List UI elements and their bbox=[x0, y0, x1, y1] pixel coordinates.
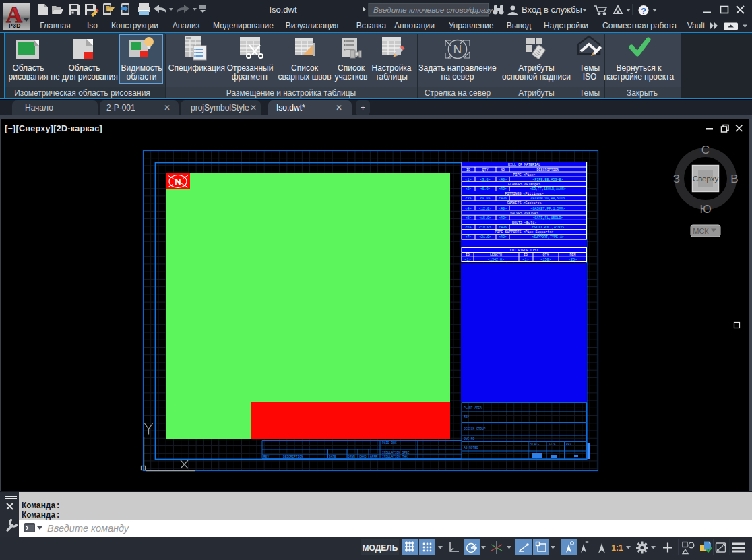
svg-text:DESIGN GROUP: DESIGN GROUP bbox=[464, 427, 486, 431]
svg-text:<GATE,FL,150LB>: <GATE,FL,150LB> bbox=[532, 216, 563, 220]
svg-text:SIZE: SIZE bbox=[549, 443, 556, 446]
svg-text:<4>: <4> bbox=[465, 207, 471, 211]
svg-text:DRWN: DRWN bbox=[348, 455, 355, 458]
svg-text:<40>: <40> bbox=[499, 226, 507, 230]
svg-text:<1>: <1> bbox=[465, 178, 471, 182]
svg-text:P&ID DWG: P&ID DWG bbox=[382, 441, 397, 445]
svg-text:QTY: QTY bbox=[482, 168, 488, 173]
svg-text:<SO,FF,150LB,A105>: <SO,FF,150LB,A105> bbox=[530, 187, 566, 191]
svg-text:ID: ID bbox=[466, 168, 470, 173]
svg-text:APPR: APPR bbox=[370, 455, 377, 458]
svg-text:<21.0>: <21.0> bbox=[479, 235, 491, 239]
svg-text:<15.0>: <15.0> bbox=[479, 216, 491, 220]
svg-text:PIPE <Pipe>: PIPE <Pipe> bbox=[513, 173, 535, 177]
svg-text:<40>: <40> bbox=[499, 197, 507, 201]
svg-text:N: N bbox=[453, 43, 462, 56]
svg-text:[−][Сверху][2D-каркас]: [−][Сверху][2D-каркас] bbox=[5, 124, 102, 133]
svg-text:Ю: Ю bbox=[699, 203, 711, 216]
svg-text:AS NOTED: AS NOTED bbox=[464, 446, 478, 449]
svg-text:1:1: 1:1 bbox=[611, 543, 623, 553]
svg-text:<1>: <1> bbox=[464, 258, 470, 262]
svg-text:<18.0>: <18.0> bbox=[479, 226, 491, 230]
svg-text:VALVES <Valve>: VALVES <Valve> bbox=[510, 212, 538, 216]
svg-text:<40>: <40> bbox=[499, 235, 507, 239]
svg-text:МОДЕЛЬ: МОДЕЛЬ bbox=[363, 543, 398, 553]
svg-text:CUT PIECE LIST: CUT PIECE LIST bbox=[510, 249, 538, 253]
svg-text:LENGTH: LENGTH bbox=[490, 253, 502, 257]
svg-text:N: N bbox=[175, 177, 181, 187]
svg-text:<7>: <7> bbox=[465, 235, 471, 239]
svg-text:Введите ключевое слово/фразу: Введите ключевое слово/фразу bbox=[373, 5, 493, 15]
svg-text:<SUPPORT,TYPE A>: <SUPPORT,TYPE A> bbox=[532, 235, 564, 239]
svg-text:МСК: МСК bbox=[693, 227, 709, 235]
svg-text:ID: ID bbox=[466, 253, 470, 257]
svg-text:<40>: <40> bbox=[499, 216, 507, 220]
svg-text:<40>: <40> bbox=[499, 187, 507, 191]
svg-text:<GASKET,FF,1.5MM>: <GASKET,FF,1.5MM> bbox=[530, 207, 565, 211]
svg-text:<1>: <1> bbox=[522, 258, 528, 262]
svg-text:QTY: QTY bbox=[542, 253, 549, 257]
svg-text:ID: ID bbox=[524, 253, 528, 257]
svg-text:SCALE: SCALE bbox=[530, 443, 540, 446]
svg-text:REV: REV bbox=[566, 443, 571, 446]
svg-text:DESCRIPTION: DESCRIPTION bbox=[283, 455, 303, 458]
svg-text:DESCRIPTION: DESCRIPTION bbox=[536, 168, 559, 173]
svg-text:<1342.0>: <1342.0> bbox=[488, 258, 504, 262]
svg-text:<6.0>: <6.0> bbox=[480, 187, 490, 191]
svg-text:<12.0>: <12.0> bbox=[479, 207, 491, 211]
svg-text:<3.0>: <3.0> bbox=[480, 178, 490, 182]
svg-text:<40>: <40> bbox=[499, 178, 507, 182]
svg-text:REV: REV bbox=[263, 455, 269, 458]
svg-text:CHKD: CHKD bbox=[359, 455, 367, 458]
svg-text:GASKETS <Gaskets>: GASKETS <Gaskets> bbox=[507, 201, 541, 206]
svg-text:REM: REM bbox=[569, 253, 575, 257]
svg-text:<5>: <5> bbox=[465, 216, 471, 220]
svg-text:<ELBOW 90,BW,STD>: <ELBOW 90,BW,STD> bbox=[530, 197, 565, 201]
svg-text:С: С bbox=[701, 144, 710, 156]
svg-text:<25>: <25> bbox=[569, 258, 577, 262]
svg-text:INSULATION SPEC: INSULATION SPEC bbox=[382, 451, 410, 454]
svg-text:Введите команду: Введите команду bbox=[47, 523, 129, 534]
svg-text:FITTINGS <Fittings>: FITTINGS <Fittings> bbox=[505, 192, 543, 196]
svg-text:Вход в службы: Вход в службы bbox=[522, 5, 582, 15]
svg-text:<3>: <3> bbox=[465, 197, 471, 201]
svg-text:<STUD BOLT,A193>: <STUD BOLT,A193> bbox=[532, 226, 564, 230]
svg-text:<2>: <2> bbox=[465, 187, 471, 191]
svg-text:PLANT AREA: PLANT AREA bbox=[464, 406, 482, 410]
svg-text:Сверху: Сверху bbox=[693, 175, 719, 183]
svg-text:INSULATION THK: INSULATION THK bbox=[382, 455, 408, 458]
svg-text:З: З bbox=[673, 173, 680, 185]
svg-text:В: В bbox=[730, 173, 738, 185]
svg-text:<9.0>: <9.0> bbox=[480, 197, 490, 201]
svg-text:DWG NO: DWG NO bbox=[464, 437, 475, 441]
svg-text:<40>: <40> bbox=[499, 207, 507, 211]
svg-text:?: ? bbox=[641, 7, 646, 16]
svg-text:BILL OF MATERIAL: BILL OF MATERIAL bbox=[508, 163, 540, 167]
svg-text:PIPE SUPPORTS <Pipe Supports>: PIPE SUPPORTS <Pipe Supports> bbox=[495, 230, 553, 235]
svg-text:<6>: <6> bbox=[465, 226, 471, 230]
svg-text:ND: ND bbox=[501, 168, 505, 173]
svg-text:BOLTS <Bolt>: BOLTS <Bolt> bbox=[512, 221, 536, 225]
svg-text:P3D: P3D bbox=[9, 22, 21, 29]
svg-text:REF: REF bbox=[464, 415, 469, 418]
svg-text:<150>: <150> bbox=[540, 258, 551, 262]
svg-text:FLANGES <Flange>: FLANGES <Flange> bbox=[508, 183, 540, 187]
svg-text:<PIPE,BE,A53-B>: <PIPE,BE,A53-B> bbox=[532, 178, 563, 182]
svg-text:DATE: DATE bbox=[329, 455, 336, 458]
